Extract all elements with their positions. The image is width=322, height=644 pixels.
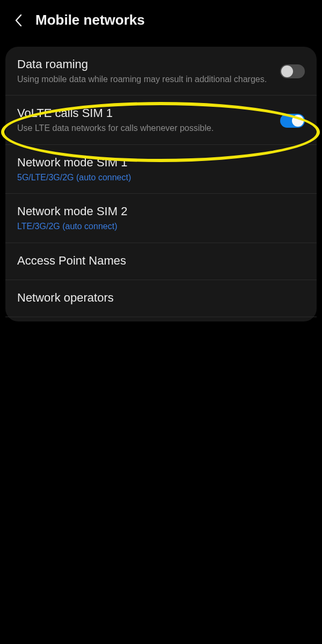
apn-item[interactable]: Access Point Names	[5, 243, 317, 280]
item-text: Network operators	[17, 291, 305, 307]
item-title: Data roaming	[17, 57, 272, 71]
header: Mobile networks	[0, 0, 322, 39]
item-subtitle: 5G/LTE/3G/2G (auto connect)	[17, 172, 296, 184]
item-text: Data roaming Using mobile data while roa…	[17, 57, 280, 85]
item-title: Network operators	[17, 291, 296, 305]
page-title: Mobile networks	[35, 12, 145, 28]
volte-calls-item[interactable]: VoLTE calls SIM 1 Use LTE data networks …	[5, 96, 317, 144]
toggle-knob	[281, 65, 293, 77]
item-title: Network mode SIM 1	[17, 156, 296, 170]
data-roaming-item[interactable]: Data roaming Using mobile data while roa…	[5, 47, 317, 96]
item-title: Access Point Names	[17, 254, 296, 268]
item-subtitle: LTE/3G/2G (auto connect)	[17, 221, 296, 232]
item-text: VoLTE calls SIM 1 Use LTE data networks …	[17, 106, 280, 134]
network-operators-item[interactable]: Network operators	[5, 280, 317, 317]
item-text: Access Point Names	[17, 254, 305, 270]
toggle-knob	[292, 115, 304, 127]
network-mode-sim2-item[interactable]: Network mode SIM 2 LTE/3G/2G (auto conne…	[5, 194, 317, 243]
item-subtitle: Use LTE data networks for calls whenever…	[17, 122, 272, 134]
settings-card: Data roaming Using mobile data while roa…	[5, 47, 317, 321]
item-title: VoLTE calls SIM 1	[17, 106, 272, 120]
item-text: Network mode SIM 2 LTE/3G/2G (auto conne…	[17, 204, 305, 232]
data-roaming-toggle[interactable]	[280, 64, 305, 78]
back-icon[interactable]	[11, 13, 26, 28]
item-subtitle: Using mobile data while roaming may resu…	[17, 74, 272, 85]
item-title: Network mode SIM 2	[17, 204, 296, 218]
volte-toggle[interactable]	[280, 114, 305, 128]
network-mode-sim1-item[interactable]: Network mode SIM 1 5G/LTE/3G/2G (auto co…	[5, 145, 317, 194]
item-text: Network mode SIM 1 5G/LTE/3G/2G (auto co…	[17, 156, 305, 184]
